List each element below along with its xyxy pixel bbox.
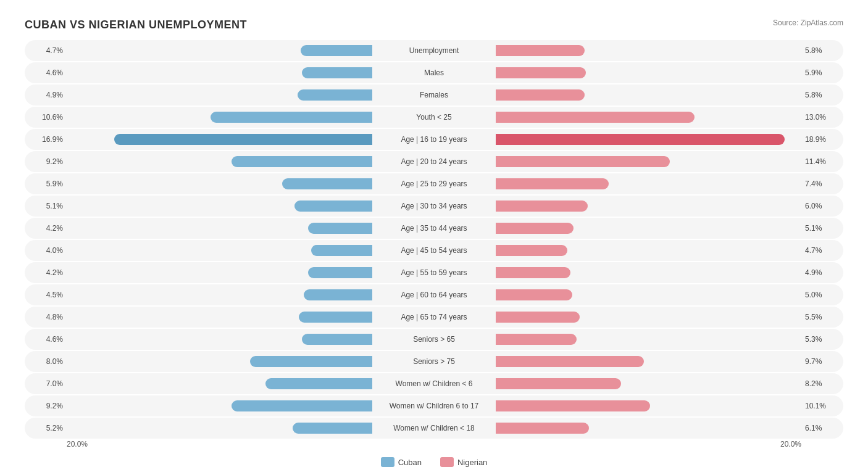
bar-row: 7.0%Women w/ Children < 68.2% (25, 373, 843, 394)
bar-label: Females (372, 91, 496, 99)
right-value: 5.3% (801, 335, 838, 344)
right-value: 5.1% (801, 224, 838, 233)
bar-pink (496, 89, 585, 101)
bar-blue (232, 156, 372, 167)
legend-swatch-nigerian (440, 457, 454, 467)
left-value: 5.9% (30, 180, 67, 188)
right-value: 5.9% (801, 68, 838, 77)
bar-pink (496, 112, 695, 123)
bar-label: Youth < 25 (372, 113, 496, 122)
left-value: 4.9% (30, 91, 67, 99)
left-value: 4.5% (30, 291, 67, 299)
bar-row: 4.8%Age | 65 to 74 years5.5% (25, 307, 843, 328)
bar-label: Seniors > 75 (372, 357, 496, 366)
bar-label: Seniors > 65 (372, 335, 496, 344)
chart-title: CUBAN VS NIGERIAN UNEMPLOYMENT (25, 19, 247, 31)
bar-label: Age | 60 to 64 years (372, 291, 496, 299)
bar-label: Age | 20 to 24 years (372, 157, 496, 166)
left-value: 4.6% (30, 68, 67, 77)
right-value: 6.0% (801, 202, 838, 210)
left-value: 5.2% (30, 424, 67, 432)
axis-row: 20.0% 20.0% (25, 440, 843, 448)
bar-row: 9.2%Women w/ Children 6 to 1710.1% (25, 395, 843, 416)
bar-row: 8.0%Seniors > 759.7% (25, 351, 843, 372)
bar-pink (496, 378, 621, 389)
bar-blue (211, 112, 372, 123)
left-value: 16.9% (30, 135, 67, 144)
bar-blue (308, 267, 372, 278)
bar-label: Age | 35 to 44 years (372, 224, 496, 233)
left-value: 5.1% (30, 202, 67, 210)
bar-pink (496, 400, 650, 411)
chart-header: CUBAN VS NIGERIAN UNEMPLOYMENT Source: Z… (25, 19, 843, 31)
legend-label-cuban: Cuban (398, 458, 422, 467)
bar-blue (250, 356, 372, 367)
bar-blue (298, 89, 372, 101)
left-value: 4.6% (30, 335, 67, 344)
bar-label: Age | 55 to 59 years (372, 268, 496, 277)
bar-blue (299, 312, 372, 323)
axis-right-label: 20.0% (780, 440, 801, 448)
bar-pink (496, 200, 588, 212)
right-value: 4.9% (801, 268, 838, 277)
bar-blue (302, 334, 372, 345)
bar-pink (496, 134, 785, 145)
bar-blue (308, 223, 372, 234)
bar-blue (294, 200, 372, 212)
right-value: 11.4% (801, 157, 838, 166)
chart-source: Source: ZipAtlas.com (773, 19, 843, 27)
bar-blue (232, 400, 372, 411)
bar-blue (304, 289, 372, 300)
bar-row: 5.2%Women w/ Children < 186.1% (25, 418, 843, 439)
bar-label: Males (372, 68, 496, 77)
right-value: 8.2% (801, 379, 838, 388)
bar-row: 10.6%Youth < 2513.0% (25, 107, 843, 128)
legend: Cuban Nigerian (25, 457, 843, 467)
right-value: 5.0% (801, 291, 838, 299)
bar-row: 4.6%Males5.9% (25, 62, 843, 83)
left-value: 10.6% (30, 113, 67, 122)
left-value: 9.2% (30, 157, 67, 166)
bar-blue (265, 378, 372, 389)
left-value: 4.8% (30, 313, 67, 321)
bar-label: Unemployment (372, 46, 496, 55)
left-value: 4.2% (30, 268, 67, 277)
right-value: 18.9% (801, 135, 838, 144)
bar-row: 4.6%Seniors > 655.3% (25, 329, 843, 350)
bar-pink (496, 245, 567, 256)
bar-row: 16.9%Age | 16 to 19 years18.9% (25, 129, 843, 150)
bar-blue (114, 134, 372, 145)
bar-pink (496, 223, 574, 234)
left-value: 8.0% (30, 357, 67, 366)
bar-label: Women w/ Children < 6 (372, 379, 496, 388)
bar-row: 4.9%Females5.8% (25, 85, 843, 105)
bar-row: 9.2%Age | 20 to 24 years11.4% (25, 151, 843, 172)
bar-label: Age | 30 to 34 years (372, 202, 496, 210)
right-value: 5.8% (801, 46, 838, 55)
left-value: 9.2% (30, 402, 67, 410)
bar-label: Age | 16 to 19 years (372, 135, 496, 144)
bar-pink (496, 312, 580, 323)
bar-blue (302, 67, 372, 78)
chart-body: 4.7%Unemployment5.8%4.6%Males5.9%4.9%Fem… (25, 40, 843, 439)
bar-pink (496, 356, 644, 367)
bar-row: 5.9%Age | 25 to 29 years7.4% (25, 173, 843, 194)
bar-label: Age | 25 to 29 years (372, 180, 496, 188)
bar-blue (311, 245, 372, 256)
bar-blue (293, 423, 372, 434)
bar-pink (496, 289, 572, 300)
axis-left-label: 20.0% (67, 440, 88, 448)
bar-pink (496, 156, 670, 167)
right-value: 13.0% (801, 113, 838, 122)
bar-row: 5.1%Age | 30 to 34 years6.0% (25, 196, 843, 217)
legend-item-nigerian: Nigerian (440, 457, 487, 467)
left-value: 4.7% (30, 46, 67, 55)
legend-swatch-cuban (381, 457, 394, 467)
left-value: 4.0% (30, 246, 67, 255)
bar-blue (301, 45, 372, 56)
right-value: 5.5% (801, 313, 838, 321)
bar-label: Women w/ Children 6 to 17 (372, 402, 496, 410)
right-value: 6.1% (801, 424, 838, 432)
legend-label-nigerian: Nigerian (457, 458, 487, 467)
left-value: 4.2% (30, 224, 67, 233)
